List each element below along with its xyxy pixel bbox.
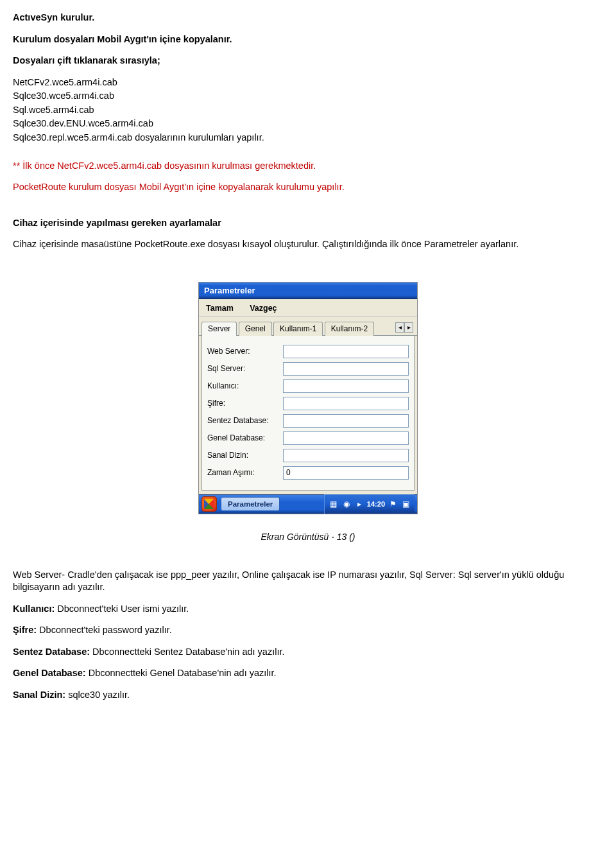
text-kullanici: Kullanıcı: Dbconnect'teki User ismi yazı… [13, 603, 603, 616]
heading-files: Dosyaları çift tıklanarak sırasıyla; [13, 55, 603, 67]
label-zaman-asimi: Zaman Aşımı: [207, 468, 283, 477]
input-web-server[interactable] [283, 345, 409, 358]
form-panel: Web Server: Sql Server: Kullanıcı: Şifre… [201, 336, 415, 491]
label-sql-server: Sql Server: [207, 364, 283, 373]
heading-copy: Kurulum dosyaları Mobil Aygıt'ın içine k… [13, 33, 603, 46]
start-button-icon[interactable] [201, 496, 217, 512]
input-password[interactable] [283, 397, 409, 410]
menu-bar: Tamam Vazgeç [199, 299, 417, 317]
text-sentez-db: Sentez Database: Dbconnectteki Sentez Da… [13, 646, 603, 659]
tab-spin: ◂ ▸ [395, 322, 415, 333]
tray-clock: 14:20 [367, 500, 385, 508]
text-kullanici-body: Dbconnect'teki User ismi yazılır. [55, 604, 189, 614]
text-genel-body: Dbconnectteki Genel Database'nin adı yaz… [86, 668, 277, 678]
warning-pocketroute: PocketRoute kurulum dosyası Mobil Aygıt'… [13, 181, 603, 194]
tab-scroll-right[interactable]: ▸ [404, 322, 413, 333]
label-user: Kullanıcı: [207, 381, 283, 390]
tray-show-desktop-icon[interactable]: ▣ [400, 499, 411, 509]
input-sql-server[interactable] [283, 362, 409, 376]
input-sanal-dizin[interactable] [283, 449, 409, 462]
heading-activesyn: ActıveSyn kurulur. [13, 12, 603, 24]
text-sifre-body: Dbconnect'teki password yazılır. [37, 625, 172, 635]
heading-device-settings: Cihaz içerisinde yapılması gereken ayarl… [13, 217, 603, 230]
label-genel-bold: Genel Database: [13, 668, 86, 678]
taskbar-app-parametreler[interactable]: Parametreler [221, 497, 280, 511]
label-web-server: Web Server: [207, 347, 283, 356]
menu-tamam[interactable]: Tamam [199, 301, 241, 317]
menu-vazgec[interactable]: Vazgeç [243, 301, 284, 317]
label-sanal-bold: Sanal Dizin: [13, 690, 65, 700]
text-web-sql-explain: Web Server- Cradle'den çalışacak ise ppp… [13, 569, 603, 594]
label-sentez-bold: Sentez Database: [13, 647, 90, 657]
text-genel-db: Genel Database: Dbconnectteki Genel Data… [13, 667, 603, 680]
tab-kullanim-2[interactable]: Kullanım-2 [325, 322, 374, 336]
warning-first-install: ** İlk önce NetCFv2.wce5.arm4i.cab dosya… [13, 160, 603, 173]
input-genel-db[interactable] [283, 431, 409, 445]
label-sanal-dizin: Sanal Dizin: [207, 451, 283, 460]
input-sentez-db[interactable] [283, 414, 409, 428]
text-sanal-body: sqlce30 yazılır. [65, 690, 130, 700]
input-user[interactable] [283, 379, 409, 393]
tray-separator-icon: ▸ [354, 499, 364, 509]
window-titlebar: Parametreler [199, 283, 417, 299]
file-item: Sqlce30.repl.wce5.arm4i.cab dosyalarının… [13, 132, 603, 144]
text-sanal-dizin: Sanal Dizin: sqlce30 yazılır. [13, 689, 603, 702]
file-item: Sqlce30.dev.ENU.wce5.arm4i.cab [13, 117, 603, 130]
tab-server[interactable]: Server [201, 322, 237, 336]
label-sifre-bold: Şifre: [13, 625, 37, 635]
tray-flag-icon[interactable]: ⚑ [388, 499, 398, 509]
label-sentez-db: Sentez Database: [207, 416, 283, 425]
text-shortcut: Cihaz içerisinde masaüstüne PocketRoute.… [13, 238, 603, 251]
tray-monitor-icon[interactable]: ▦ [329, 499, 339, 509]
file-list: NetCFv2.wce5.arm4i.cab Sqlce30.wce5.arm4… [13, 76, 603, 144]
text-sentez-body: Dbconnectteki Sentez Database'nin adı ya… [90, 647, 284, 657]
tray-network-icon[interactable]: ◉ [341, 499, 352, 509]
label-genel-db: Genel Database: [207, 433, 283, 442]
file-item: Sqlce30.wce5.arm4i.cab [13, 90, 603, 103]
tab-scroll-left[interactable]: ◂ [395, 322, 404, 333]
input-zaman-asimi[interactable]: 0 [283, 466, 409, 480]
app-window: Parametreler Tamam Vazgeç Server Genel K… [198, 282, 418, 514]
label-kullanici-bold: Kullanıcı: [13, 604, 55, 614]
taskbar: Parametreler ▦ ◉ ▸ 14:20 ⚑ ▣ [199, 494, 417, 514]
tab-genel[interactable]: Genel [239, 322, 272, 336]
tab-kullanim-1[interactable]: Kullanım-1 [273, 322, 323, 336]
label-password: Şifre: [207, 399, 283, 408]
file-item: NetCFv2.wce5.arm4i.cab [13, 76, 603, 89]
file-item: Sql.wce5.arm4i.cab [13, 104, 603, 117]
text-sifre: Şifre: Dbconnect'teki password yazılır. [13, 624, 603, 637]
tab-strip: Server Genel Kullanım-1 Kullanım-2 ◂ ▸ [199, 317, 417, 336]
system-tray: ▦ ◉ ▸ 14:20 ⚑ ▣ [324, 494, 415, 514]
figure-caption: Ekran Görüntüsü - 13 () [13, 531, 603, 543]
